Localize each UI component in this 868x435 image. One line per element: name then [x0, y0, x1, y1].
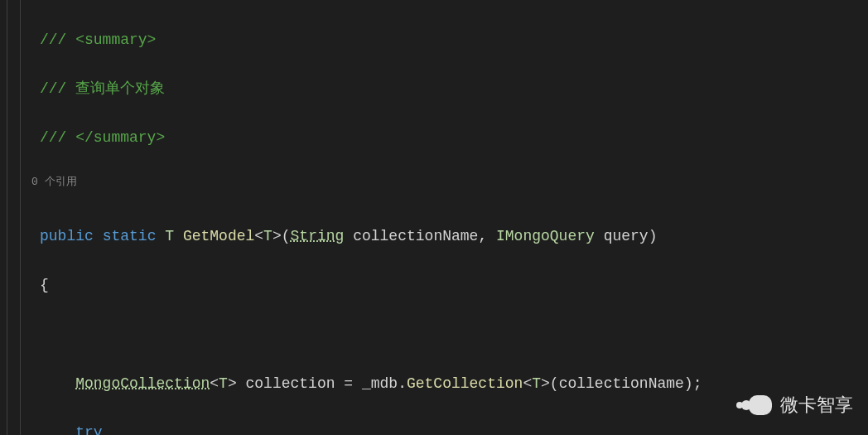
- type-string: String: [291, 228, 345, 244]
- keyword-try: try: [75, 424, 102, 435]
- xml-doc-comment: /// 查询单个对象: [40, 80, 165, 97]
- code-editor[interactable]: /// <summary> /// 查询单个对象 /// </summary> …: [0, 0, 868, 435]
- keyword-public: public: [40, 228, 94, 244]
- method-getcollection: GetCollection: [407, 375, 523, 392]
- code-area[interactable]: /// <summary> /// 查询单个对象 /// </summary> …: [0, 0, 868, 435]
- method-name: GetModel: [183, 228, 254, 244]
- watermark-text: 微卡智享: [780, 390, 853, 420]
- watermark: 微卡智享: [736, 390, 853, 420]
- xml-doc-comment: /// <summary>: [40, 31, 156, 48]
- keyword-static: static: [103, 228, 157, 244]
- wechat-icon: [736, 395, 772, 415]
- codelens-references[interactable]: 0 个引用: [31, 176, 868, 200]
- xml-doc-comment: /// </summary>: [40, 129, 165, 146]
- brace: {: [40, 277, 49, 293]
- indent-guide: [20, 0, 21, 435]
- type-generic: T: [165, 228, 174, 244]
- type-mongocollection: MongoCollection: [75, 375, 210, 392]
- indent-guide: [7, 0, 7, 435]
- type-imongoquery: IMongoQuery: [496, 228, 595, 244]
